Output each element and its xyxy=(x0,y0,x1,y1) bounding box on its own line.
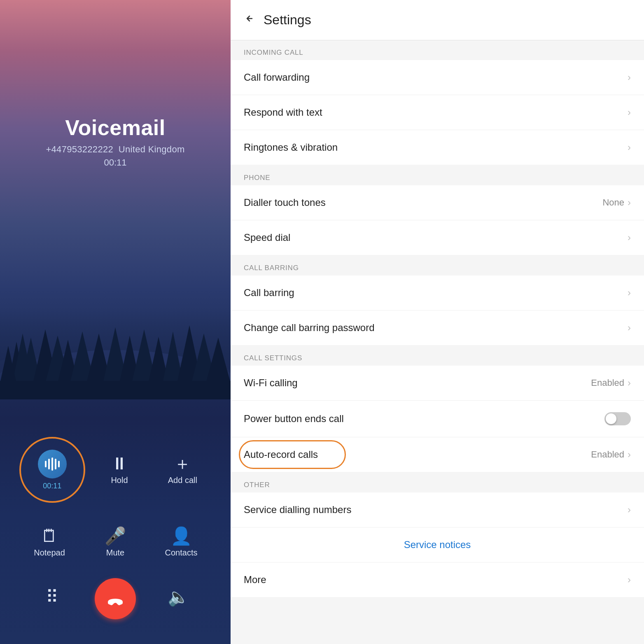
voicemail-icon xyxy=(38,450,67,478)
dialpad-button[interactable]: ⠿ xyxy=(23,588,81,609)
mute-button[interactable]: 🎤 Mute xyxy=(86,527,144,558)
speaker-icon: 🔈 xyxy=(168,588,189,606)
group-call-settings: Wi-Fi calling Enabled › Power button end… xyxy=(231,366,644,472)
chevron-icon: › xyxy=(628,449,631,460)
group-incoming-call: Call forwarding › Respond with text › Ri… xyxy=(231,60,644,165)
call-row-bottom: ⠿ 🔈 xyxy=(0,578,231,619)
mute-icon: 🎤 xyxy=(105,527,126,545)
chevron-icon: › xyxy=(628,322,631,334)
speaker-button[interactable]: 🔈 xyxy=(149,588,207,609)
end-call-button[interactable] xyxy=(95,578,136,619)
settings-title: Settings xyxy=(264,12,311,28)
call-timer-display: 00:11 xyxy=(104,157,126,168)
notepad-label: Notepad xyxy=(34,548,65,558)
item-call-barring[interactable]: Call barring › xyxy=(231,275,644,310)
chevron-icon: › xyxy=(628,107,631,118)
add-call-label: Add call xyxy=(168,476,197,485)
caller-number-location: +447953222222 United Kingdom xyxy=(46,144,184,155)
power-button-ends-call-toggle[interactable] xyxy=(604,412,631,425)
chevron-icon: › xyxy=(628,377,631,389)
section-header-phone: PHONE xyxy=(231,166,644,185)
settings-panel: Settings INCOMING CALL Call forwarding ›… xyxy=(231,0,644,644)
svg-rect-25 xyxy=(58,461,60,467)
item-power-button-ends-call[interactable]: Power button ends call xyxy=(231,401,644,437)
hold-label: Hold xyxy=(111,476,128,485)
item-dialler-touch-tones[interactable]: Dialler touch tones None › xyxy=(231,185,644,220)
svg-rect-20 xyxy=(0,381,231,399)
group-phone: Dialler touch tones None › Speed dial › xyxy=(231,185,644,255)
call-panel: Voicemail +447953222222 United Kingdom 0… xyxy=(0,0,231,644)
chevron-icon: › xyxy=(628,287,631,299)
dialpad-icon: ⠿ xyxy=(46,588,58,606)
chevron-icon: › xyxy=(628,574,631,586)
pause-icon: ⏸ xyxy=(111,455,128,472)
svg-rect-24 xyxy=(55,459,56,469)
item-ringtones-vibration[interactable]: Ringtones & vibration › xyxy=(231,130,644,165)
settings-header: Settings xyxy=(231,0,644,40)
section-header-other: OTHER xyxy=(231,473,644,492)
service-notices-label: Service notices xyxy=(404,539,471,551)
add-call-icon: ＋ xyxy=(174,455,191,472)
section-header-call-barring: CALL BARRING xyxy=(231,256,644,275)
timer-label: 00:11 xyxy=(43,482,61,490)
chevron-icon: › xyxy=(628,197,631,208)
notepad-icon: 🗒 xyxy=(41,527,58,545)
call-buttons-area: 00:11 ⏸ Hold ＋ Add call 🗒 Notepad 🎤 Mute xyxy=(0,437,231,644)
add-call-button[interactable]: ＋ Add call xyxy=(154,455,211,485)
notepad-button[interactable]: 🗒 Notepad xyxy=(21,527,78,558)
item-call-forwarding[interactable]: Call forwarding › xyxy=(231,60,644,95)
svg-rect-22 xyxy=(48,459,50,469)
call-row-mid: 🗒 Notepad 🎤 Mute 👤 Contacts xyxy=(0,527,231,558)
item-wifi-calling[interactable]: Wi-Fi calling Enabled › xyxy=(231,366,644,401)
item-more[interactable]: More › xyxy=(231,562,644,597)
trees-decoration xyxy=(0,301,231,399)
settings-body: INCOMING CALL Call forwarding › Respond … xyxy=(231,40,644,644)
item-speed-dial[interactable]: Speed dial › xyxy=(231,220,644,255)
back-arrow-icon xyxy=(244,13,255,24)
group-call-barring: Call barring › Change call barring passw… xyxy=(231,275,644,345)
svg-rect-23 xyxy=(51,457,53,471)
mute-label: Mute xyxy=(106,548,124,558)
caller-name: Voicemail xyxy=(65,115,165,140)
item-service-dialling-numbers[interactable]: Service dialling numbers › xyxy=(231,492,644,527)
contacts-icon: 👤 xyxy=(170,527,192,545)
section-header-incoming-call: INCOMING CALL xyxy=(231,40,644,60)
hold-button[interactable]: ⏸ Hold xyxy=(91,455,148,485)
chevron-icon: › xyxy=(628,232,631,243)
chevron-icon: › xyxy=(628,504,631,516)
contacts-button[interactable]: 👤 Contacts xyxy=(152,527,210,558)
item-service-notices[interactable]: Service notices xyxy=(231,527,644,562)
section-header-call-settings: CALL SETTINGS xyxy=(231,346,644,366)
end-call-icon xyxy=(105,589,125,609)
contacts-label: Contacts xyxy=(165,548,198,558)
group-other: Service dialling numbers › Service notic… xyxy=(231,492,644,597)
chevron-icon: › xyxy=(628,142,631,153)
call-timer-button[interactable]: 00:11 xyxy=(19,437,85,503)
item-change-call-barring-password[interactable]: Change call barring password › xyxy=(231,310,644,345)
item-auto-record-calls[interactable]: Auto-record calls Enabled › xyxy=(231,437,644,472)
item-respond-with-text[interactable]: Respond with text › xyxy=(231,95,644,130)
chevron-icon: › xyxy=(628,72,631,83)
call-row-top: 00:11 ⏸ Hold ＋ Add call xyxy=(0,437,231,503)
svg-rect-21 xyxy=(45,461,47,467)
back-button[interactable] xyxy=(244,13,255,27)
call-info: Voicemail +447953222222 United Kingdom 0… xyxy=(0,0,231,168)
